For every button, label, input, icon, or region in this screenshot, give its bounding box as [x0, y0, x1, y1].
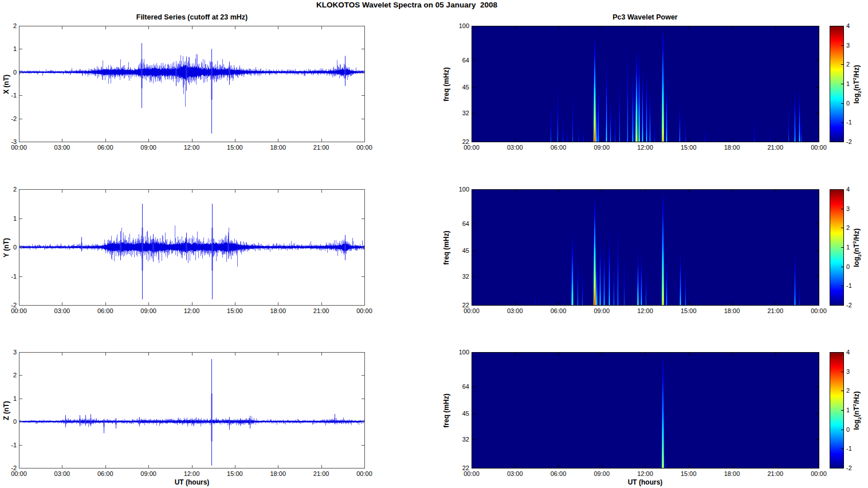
tick-label: 32	[450, 273, 469, 280]
colorbar-z	[830, 352, 844, 469]
tick-label: 18:00	[724, 470, 740, 477]
colorbar-label-part: log	[853, 256, 861, 267]
tick-label: 15:00	[681, 307, 697, 314]
tick-label: 3	[0, 349, 17, 356]
colorbar-label-part: 2	[852, 77, 857, 80]
tick-label: 12:00	[184, 470, 200, 477]
timeseries-plot-x	[19, 26, 365, 142]
colorbar-label: log2(nT2/Hz)	[852, 65, 862, 104]
colorbar-label-part: /Hz)	[853, 65, 861, 77]
tick-label: 00:00	[11, 307, 27, 314]
tick-label: 06:00	[97, 470, 113, 477]
tick-label: 18:00	[724, 307, 740, 314]
y-axis-label-y: Y (nT)	[2, 238, 10, 257]
colorbar-label: log2(nT2/Hz)	[852, 228, 862, 267]
tick-label: -2	[0, 115, 17, 122]
tick-label: 15:00	[681, 144, 697, 151]
timeseries-plot-y	[19, 189, 365, 306]
tick-label: 03:00	[54, 470, 70, 477]
colorbar-tick-label: -1	[846, 445, 852, 452]
colorbar-tick-label: 0	[846, 263, 850, 270]
tick-label: 03:00	[54, 144, 70, 151]
colorbar-tick-label: 2	[846, 61, 850, 68]
tick-label: 00:00	[811, 144, 827, 151]
freq-axis-label: freq (mHz)	[442, 393, 450, 427]
tick-label: 00:00	[464, 144, 480, 151]
colorbar-tick-label: 2	[846, 224, 850, 231]
tick-label: 21:00	[313, 470, 329, 477]
tick-label: 00:00	[356, 144, 372, 151]
tick-label: 45	[450, 247, 469, 254]
figure-title: KLOKOTOS Wavelet Spectra on 05 January 2…	[316, 1, 497, 9]
colorbar-label-part: /Hz)	[853, 391, 861, 404]
colorbar-label-part: (nT	[853, 243, 861, 254]
colorbar-tick-label: 1	[846, 80, 850, 87]
tick-label: 32	[450, 436, 469, 443]
tick-label: 100	[450, 186, 469, 193]
tick-label: 09:00	[594, 470, 610, 477]
tick-label: 2	[0, 22, 17, 29]
tick-label: 15:00	[227, 307, 243, 314]
tick-label: 1	[0, 45, 17, 52]
tick-label: 00:00	[11, 470, 27, 477]
colorbar-label-part: (nT	[853, 80, 861, 91]
tick-label: 09:00	[594, 144, 610, 151]
tick-label: 06:00	[551, 470, 567, 477]
spectrogram-plot-z	[472, 352, 819, 469]
colorbar-tick-label: 1	[846, 407, 850, 413]
colorbar-tick-label: 4	[846, 349, 850, 356]
tick-label: 06:00	[97, 307, 113, 314]
tick-label: 12:00	[637, 144, 653, 151]
tick-label: 64	[450, 220, 469, 227]
tick-label: 12:00	[637, 470, 653, 477]
tick-label: 09:00	[140, 307, 156, 314]
tick-label: 18:00	[270, 307, 286, 314]
spectrogram-plot-y	[472, 189, 819, 306]
tick-label: 00:00	[811, 307, 827, 314]
tick-label: 12:00	[184, 144, 200, 151]
tick-label: 64	[450, 57, 469, 64]
tick-label: 21:00	[767, 470, 783, 477]
tick-label: 09:00	[140, 470, 156, 477]
colorbar-label-part: log	[853, 419, 861, 430]
colorbar-y	[830, 189, 844, 306]
figure-root: KLOKOTOS Wavelet Spectra on 05 January 2…	[0, 0, 868, 488]
tick-label: 100	[450, 349, 469, 356]
colorbar-tick-label: 0	[846, 426, 850, 433]
freq-axis-label: freq (mHz)	[442, 67, 450, 101]
colorbar-tick-label: 3	[846, 42, 850, 49]
tick-label: 18:00	[270, 470, 286, 477]
tick-label: 18:00	[270, 144, 286, 151]
tick-label: 00:00	[356, 307, 372, 314]
colorbar-label-part: (nT	[853, 406, 861, 417]
colorbar-label: log2(nT2/Hz)	[852, 391, 862, 430]
colorbar-tick-label: -1	[846, 119, 852, 126]
tick-label: 03:00	[507, 144, 523, 151]
tick-label: 00:00	[356, 470, 372, 477]
left-xaxis-label: UT (hours)	[175, 478, 210, 486]
tick-label: 1	[0, 215, 17, 222]
colorbar-x	[830, 26, 844, 142]
colorbar-label-part: 2	[852, 404, 857, 406]
tick-label: 06:00	[551, 307, 567, 314]
tick-label: 21:00	[313, 144, 329, 151]
colorbar-tick-label: -1	[846, 282, 852, 289]
tick-label: -1	[0, 273, 17, 280]
colorbar-tick-label: 2	[846, 387, 850, 394]
tick-label: 03:00	[507, 470, 523, 477]
tick-label: 03:00	[507, 307, 523, 314]
tick-label: 64	[450, 383, 469, 390]
colorbar-tick-label: 0	[846, 100, 850, 107]
tick-label: 12:00	[184, 307, 200, 314]
tick-label: 06:00	[97, 144, 113, 151]
tick-label: 2	[0, 372, 17, 378]
tick-label: -1	[0, 442, 17, 448]
right-column-title: Pc3 Wavelet Power	[612, 13, 677, 21]
tick-label: 2	[0, 186, 17, 193]
tick-label: 100	[450, 22, 469, 29]
tick-label: 00:00	[464, 307, 480, 314]
colorbar-tick-label: 4	[846, 22, 850, 29]
tick-label: 09:00	[594, 307, 610, 314]
right-xaxis-label: UT (hours)	[628, 478, 663, 486]
timeseries-plot-z	[19, 352, 365, 469]
